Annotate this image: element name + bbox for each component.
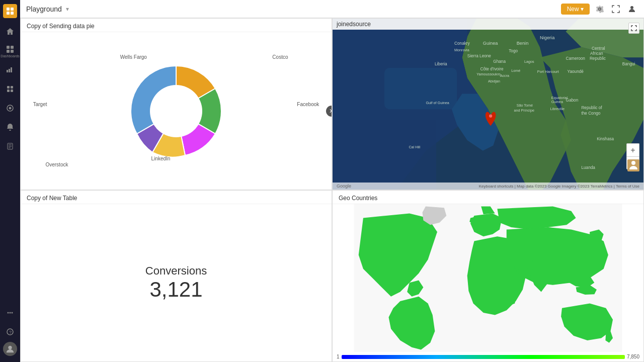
pie-chart-panel: Copy of Sending data pie ✕ Wells Fargo C… [20, 18, 332, 190]
donut-svg [116, 46, 236, 176]
svg-rect-9 [11, 86, 13, 88]
svg-text:?: ? [9, 330, 12, 335]
geo-scale-max: 7,850 [627, 354, 639, 359]
geo-countries-title: Geo Countries [333, 191, 643, 204]
map-title-bar: joinedsource [333, 19, 643, 30]
street-view-icon[interactable] [627, 159, 639, 173]
dashboards-label: Dashboards [1, 54, 20, 58]
label-costco: Costco [272, 54, 288, 60]
svg-text:Guinea: Guinea [551, 100, 563, 104]
svg-text:Cal Hill: Cal Hill [409, 145, 420, 149]
svg-text:Republic: Republic [590, 56, 606, 61]
maximize-icon[interactable] [610, 3, 622, 15]
title-chevron[interactable]: ▾ [66, 6, 69, 13]
svg-text:Libreville: Libreville [550, 107, 565, 111]
svg-text:Monrovia: Monrovia [454, 48, 469, 52]
sidebar-item-alerts[interactable] [1, 119, 19, 137]
svg-rect-10 [7, 89, 10, 92]
svg-text:São Tomé: São Tomé [517, 103, 533, 108]
svg-text:Nigeria: Nigeria [540, 35, 555, 40]
map-attribution: Keyboard shortcuts | Map data ©2023 Goog… [479, 184, 639, 189]
svg-rect-0 [7, 8, 10, 11]
map-title: joinedsource [337, 21, 371, 28]
svg-text:Liberia: Liberia [435, 62, 447, 66]
svg-text:Cameroon: Cameroon [566, 56, 586, 61]
svg-text:Lagos: Lagos [524, 59, 534, 64]
sidebar-item-queries[interactable] [1, 100, 19, 118]
app-logo[interactable] [3, 4, 17, 18]
zoom-in-button[interactable]: + [626, 143, 639, 156]
world-map-container: 1 7,850 [333, 204, 643, 361]
sidebar-item-home[interactable] [1, 23, 19, 41]
svg-text:Bangui: Bangui [622, 62, 635, 66]
svg-text:Côte d'Ivoire: Côte d'Ivoire [480, 67, 504, 71]
svg-point-65 [631, 161, 635, 165]
pie-chart-content: ✕ Wells Fargo Costco Facebook LinkedIn O… [21, 32, 332, 190]
svg-rect-6 [7, 50, 10, 53]
user-avatar[interactable] [3, 342, 17, 356]
new-button[interactable]: New ▾ [561, 4, 590, 15]
svg-point-63 [489, 115, 492, 118]
svg-rect-7 [11, 50, 14, 53]
metric-label: Conversions [145, 264, 207, 278]
settings-icon[interactable] [594, 3, 606, 15]
svg-point-19 [10, 312, 11, 314]
dashboard-grid: Copy of Sending data pie ✕ Wells Fargo C… [20, 18, 644, 362]
satellite-map-bg: Guinea Sierra Leone Côte d'Ivoire Ghana … [333, 19, 643, 190]
svg-point-24 [630, 6, 633, 9]
map-footer: Google Keyboard shortcuts | Map data ©20… [333, 183, 643, 190]
google-logo: Google [337, 184, 351, 189]
svg-text:and Príncipe: and Príncipe [514, 108, 534, 113]
sidebar-item-charts[interactable] [1, 61, 19, 79]
user-menu-icon[interactable] [626, 3, 638, 15]
svg-text:Accra: Accra [500, 73, 509, 78]
svg-rect-5 [11, 46, 14, 49]
svg-text:Ghana: Ghana [493, 59, 506, 64]
label-facebook: Facebook [297, 102, 319, 107]
metric-panel: Copy of New Table Conversions 3,121 [20, 190, 332, 362]
svg-point-13 [9, 107, 12, 110]
svg-text:Yaoundé: Yaoundé [568, 69, 584, 74]
svg-text:Lomé: Lomé [511, 68, 520, 73]
svg-text:Gulf of Guinea: Gulf of Guinea [426, 101, 449, 105]
svg-rect-11 [11, 89, 13, 92]
topbar-icons [594, 3, 638, 15]
page-title: Playground [26, 5, 62, 13]
svg-rect-1 [11, 8, 14, 11]
svg-text:Sierra Leone: Sierra Leone [467, 54, 492, 58]
svg-text:Guinea: Guinea [483, 41, 499, 46]
svg-rect-8 [7, 86, 10, 88]
svg-text:Yamoussoukro: Yamoussoukro [476, 72, 501, 76]
svg-text:Kinshasa: Kinshasa [597, 137, 614, 141]
svg-text:Gabon: Gabon [566, 98, 579, 103]
svg-rect-3 [11, 12, 14, 15]
topbar: Playground ▾ New ▾ [20, 0, 644, 18]
geo-color-scale [342, 355, 625, 359]
svg-text:Benin: Benin [517, 41, 529, 46]
world-map-svg [333, 204, 643, 352]
main-area: Playground ▾ New ▾ Copy of Sending data … [20, 0, 644, 362]
map-panel: joinedsource [332, 18, 644, 190]
sidebar-item-more[interactable] [1, 304, 19, 322]
label-overstock: Overstock [45, 162, 68, 167]
label-target: Target [33, 102, 47, 107]
sidebar-item-reports[interactable] [1, 138, 19, 156]
svg-text:Togo: Togo [509, 49, 518, 53]
map-expand-button[interactable] [628, 23, 639, 34]
geo-countries-panel: Geo Countries [332, 190, 644, 362]
sidebar-item-widgets[interactable] [1, 80, 19, 99]
sidebar: Dashboards ? [0, 0, 20, 362]
svg-text:Conakry: Conakry [454, 41, 470, 46]
svg-text:African: African [590, 51, 603, 56]
svg-text:Republic of: Republic of [581, 106, 602, 110]
metric-content: Conversions 3,121 [21, 204, 332, 361]
geo-footer: 1 7,850 [333, 352, 643, 361]
sidebar-item-dashboards[interactable]: Dashboards [1, 42, 19, 60]
svg-point-23 [8, 346, 12, 349]
svg-text:Port Harcourt: Port Harcourt [537, 69, 559, 74]
geo-scale-min: 1 [337, 354, 340, 359]
svg-point-18 [8, 312, 9, 314]
sidebar-item-help[interactable]: ? [1, 323, 19, 341]
svg-rect-2 [7, 12, 10, 15]
svg-point-20 [12, 312, 13, 314]
